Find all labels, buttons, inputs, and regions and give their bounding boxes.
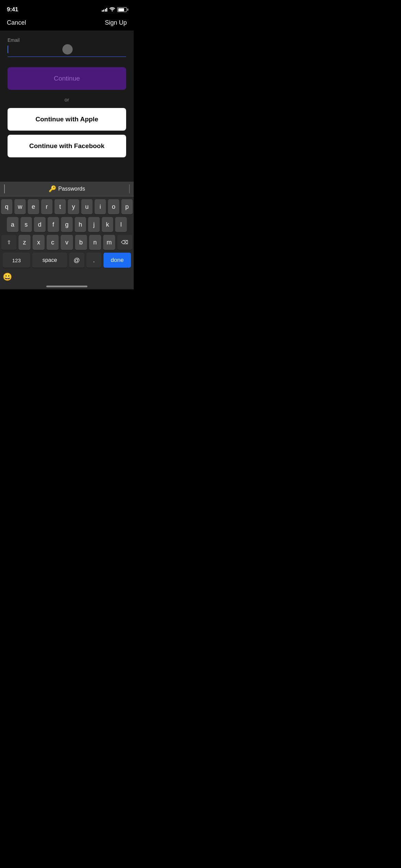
cursor-line <box>8 46 8 53</box>
passwords-bar-divider-left <box>4 184 5 193</box>
status-time: 9:41 <box>7 6 18 13</box>
key-w[interactable]: w <box>14 199 26 214</box>
space-key[interactable]: space <box>32 253 67 268</box>
period-key[interactable]: . <box>86 253 101 268</box>
key-row-1: q w e r t y u i o p <box>1 199 132 214</box>
numeric-key[interactable]: 123 <box>3 253 30 268</box>
battery-icon <box>117 7 127 12</box>
continue-button[interactable]: Continue <box>8 67 126 90</box>
wifi-icon <box>109 7 115 12</box>
key-k[interactable]: k <box>102 217 113 232</box>
key-p[interactable]: p <box>121 199 133 214</box>
key-f[interactable]: f <box>48 217 59 232</box>
continue-with-apple-button[interactable]: Continue with Apple <box>8 108 126 131</box>
key-row-2: a s d f g h j k l <box>1 217 132 232</box>
signal-icon <box>102 8 108 12</box>
key-c[interactable]: c <box>47 235 59 250</box>
emoji-row: 😀 <box>0 271 134 283</box>
key-u[interactable]: u <box>81 199 93 214</box>
at-key[interactable]: @ <box>69 253 84 268</box>
key-s[interactable]: s <box>21 217 32 232</box>
status-icons <box>102 7 127 12</box>
key-v[interactable]: v <box>61 235 73 250</box>
keyboard: 🔑 Passwords q w e r t y u i o p a s d f … <box>0 182 134 289</box>
key-g[interactable]: g <box>61 217 73 232</box>
key-row-bottom: 123 space @ . done <box>1 253 132 268</box>
svg-point-0 <box>112 11 113 12</box>
continue-with-facebook-button[interactable]: Continue with Facebook <box>8 135 126 157</box>
key-q[interactable]: q <box>1 199 12 214</box>
home-indicator <box>46 286 87 287</box>
key-h[interactable]: h <box>75 217 86 232</box>
signup-button[interactable]: Sign Up <box>105 19 127 26</box>
key-row-3: ⇧ z x c v b n m ⌫ <box>1 235 132 250</box>
key-d[interactable]: d <box>34 217 46 232</box>
email-input-row <box>8 46 126 57</box>
key-j[interactable]: j <box>88 217 100 232</box>
emoji-button[interactable]: 😀 <box>3 273 12 281</box>
key-y[interactable]: y <box>68 199 79 214</box>
key-r[interactable]: r <box>41 199 52 214</box>
passwords-label: Passwords <box>58 186 85 192</box>
email-label: Email <box>8 37 126 43</box>
key-t[interactable]: t <box>54 199 66 214</box>
passwords-bar-divider-right <box>129 184 130 193</box>
key-e[interactable]: e <box>28 199 39 214</box>
key-n[interactable]: n <box>89 235 101 250</box>
key-b[interactable]: b <box>75 235 87 250</box>
cancel-button[interactable]: Cancel <box>7 19 26 26</box>
passwords-bar[interactable]: 🔑 Passwords <box>0 182 134 196</box>
key-i[interactable]: i <box>95 199 106 214</box>
done-key[interactable]: done <box>104 253 131 268</box>
key-z[interactable]: z <box>19 235 31 250</box>
key-x[interactable]: x <box>33 235 45 250</box>
or-divider: or <box>8 97 126 103</box>
status-bar: 9:41 <box>0 0 134 16</box>
delete-key[interactable]: ⌫ <box>117 235 132 250</box>
key-icon: 🔑 <box>49 185 56 193</box>
shift-key[interactable]: ⇧ <box>1 235 16 250</box>
input-bubble <box>62 44 73 55</box>
home-indicator-bar <box>0 283 134 289</box>
key-a[interactable]: a <box>7 217 19 232</box>
key-l[interactable]: l <box>115 217 127 232</box>
nav-bar: Cancel Sign Up <box>0 16 134 31</box>
key-o[interactable]: o <box>108 199 119 214</box>
keyboard-rows: q w e r t y u i o p a s d f g h j k l ⇧ … <box>0 196 134 271</box>
key-m[interactable]: m <box>103 235 115 250</box>
